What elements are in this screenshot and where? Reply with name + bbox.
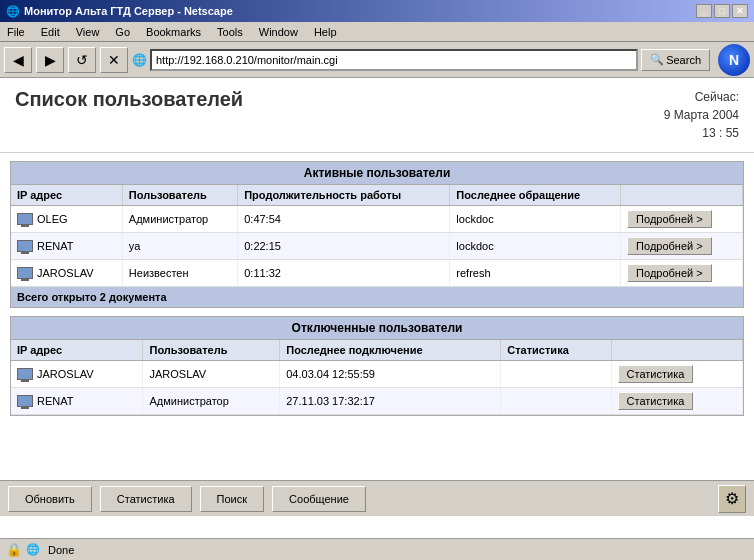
table-row: RENAT ya 0:22:15 lockdoc Подробней > [11, 233, 743, 260]
col-ip-active: IP адрес [11, 185, 122, 206]
table-row: RENAT Администратор 27.11.03 17:32:17 Ст… [11, 388, 743, 415]
inactive-ip-value-1: JAROSLAV [37, 368, 94, 380]
title-bar: 🌐 Монитор Альта ГТД Сервер - Netscape _ … [0, 0, 754, 22]
search-icon: 🔍 [650, 53, 664, 66]
header-section: Список пользователей Сейчас: 9 Марта 200… [0, 78, 754, 153]
back-button[interactable]: ◀ [4, 47, 32, 73]
table-row: OLEG Администратор 0:47:54 lockdoc Подро… [11, 206, 743, 233]
datetime-time: 13 : 55 [702, 126, 739, 140]
monitor-icon-2 [17, 240, 33, 252]
status-text: Done [48, 544, 74, 556]
col-last-conn: Последнее подключение [280, 340, 501, 361]
col-action-inactive [611, 340, 742, 361]
menu-help[interactable]: Help [311, 26, 340, 38]
menu-bar: File Edit View Go Bookmarks Tools Window… [0, 22, 754, 42]
col-user-inactive: Пользователь [143, 340, 280, 361]
inactive-lastconn-cell-2: 27.11.03 17:32:17 [280, 388, 501, 415]
menu-window[interactable]: Window [256, 26, 301, 38]
menu-go[interactable]: Go [112, 26, 133, 38]
address-input[interactable] [150, 49, 638, 71]
inactive-ip-value-2: RENAT [37, 395, 73, 407]
search-button[interactable]: 🔍 Search [641, 49, 710, 71]
datetime: Сейчас: 9 Марта 2004 13 : 55 [664, 88, 739, 142]
status-indicator: 🌐 [26, 543, 40, 556]
menu-edit[interactable]: Edit [38, 26, 63, 38]
col-duration: Продолжительность работы [238, 185, 450, 206]
detail-button-1[interactable]: Подробней > [627, 210, 712, 228]
col-user-active: Пользователь [122, 185, 237, 206]
ip-cell-3: JAROSLAV [11, 260, 122, 287]
inactive-ip-cell-2: RENAT [11, 388, 143, 415]
close-button[interactable]: ✕ [732, 4, 748, 18]
netscape-logo: N [718, 44, 750, 76]
window-title: Монитор Альта ГТД Сервер - Netscape [24, 5, 233, 17]
lock-icon: 🔒 [6, 542, 22, 557]
detail-button-3[interactable]: Подробней > [627, 264, 712, 282]
status-icons: 🔒 🌐 [6, 542, 40, 557]
menu-bookmarks[interactable]: Bookmarks [143, 26, 204, 38]
page-icon: 🌐 [132, 53, 147, 67]
inactive-stats-cell-2 [501, 388, 611, 415]
forward-button[interactable]: ▶ [36, 47, 64, 73]
action-cell-2: Подробней > [621, 233, 743, 260]
monitor-icon-5 [17, 395, 33, 407]
title-bar-controls[interactable]: _ □ ✕ [696, 4, 748, 18]
inactive-user-cell-1: JAROSLAV [143, 361, 280, 388]
col-ip-inactive: IP адрес [11, 340, 143, 361]
monitor-icon-3 [17, 267, 33, 279]
active-users-section: Активные пользователи IP адрес Пользоват… [10, 161, 744, 308]
last-cell-3: refresh [450, 260, 621, 287]
duration-cell-2: 0:22:15 [238, 233, 450, 260]
detail-button-2[interactable]: Подробней > [627, 237, 712, 255]
inactive-users-table: IP адрес Пользователь Последнее подключе… [11, 340, 743, 415]
ip-value-3: JAROSLAV [37, 267, 94, 279]
status-bar: 🔒 🌐 Done [0, 538, 754, 560]
toolbar: ◀ ▶ ↺ ✕ 🌐 🔍 Search N [0, 42, 754, 78]
inactive-ip-cell-1: JAROSLAV [11, 361, 143, 388]
user-cell-1: Администратор [122, 206, 237, 233]
menu-tools[interactable]: Tools [214, 26, 246, 38]
menu-view[interactable]: View [73, 26, 103, 38]
reload-button[interactable]: ↺ [68, 47, 96, 73]
last-cell-2: lockdoc [450, 233, 621, 260]
minimize-button[interactable]: _ [696, 4, 712, 18]
refresh-button[interactable]: Обновить [8, 486, 92, 512]
monitor-icon-1 [17, 213, 33, 225]
inactive-user-cell-2: Администратор [143, 388, 280, 415]
maximize-button[interactable]: □ [714, 4, 730, 18]
message-button[interactable]: Сообщение [272, 486, 366, 512]
stop-button[interactable]: ✕ [100, 47, 128, 73]
address-bar: 🌐 🔍 Search [132, 49, 710, 71]
datetime-date: 9 Марта 2004 [664, 108, 739, 122]
stats-button[interactable]: Статистика [100, 486, 192, 512]
page-title: Список пользователей [15, 88, 243, 111]
search-page-button[interactable]: Поиск [200, 486, 264, 512]
duration-cell-3: 0:11:32 [238, 260, 450, 287]
active-users-header: Активные пользователи [11, 162, 743, 185]
col-action-active [621, 185, 743, 206]
menu-file[interactable]: File [4, 26, 28, 38]
monitor-icon-4 [17, 368, 33, 380]
last-cell-1: lockdoc [450, 206, 621, 233]
duration-cell-1: 0:47:54 [238, 206, 450, 233]
user-cell-3: Неизвестен [122, 260, 237, 287]
ip-value-1: OLEG [37, 213, 68, 225]
bottom-toolbar: Обновить Статистика Поиск Сообщение ⚙ [0, 480, 754, 516]
user-cell-2: ya [122, 233, 237, 260]
table-row: JAROSLAV Неизвестен 0:11:32 refresh Подр… [11, 260, 743, 287]
ip-cell-1: OLEG [11, 206, 122, 233]
inactive-stats-cell-1 [501, 361, 611, 388]
inactive-action-cell-2: Статистика [611, 388, 742, 415]
ip-cell-2: RENAT [11, 233, 122, 260]
settings-button[interactable]: ⚙ [718, 485, 746, 513]
col-stats: Статистика [501, 340, 611, 361]
stat-button-1[interactable]: Статистика [618, 365, 694, 383]
inactive-lastconn-cell-1: 04.03.04 12:55:59 [280, 361, 501, 388]
title-bar-left: 🌐 Монитор Альта ГТД Сервер - Netscape [6, 5, 233, 18]
action-cell-1: Подробней > [621, 206, 743, 233]
inactive-action-cell-1: Статистика [611, 361, 742, 388]
summary-row: Всего открыто 2 документа [11, 287, 743, 307]
stat-button-2[interactable]: Статистика [618, 392, 694, 410]
datetime-label: Сейчас: [695, 90, 739, 104]
ip-value-2: RENAT [37, 240, 73, 252]
